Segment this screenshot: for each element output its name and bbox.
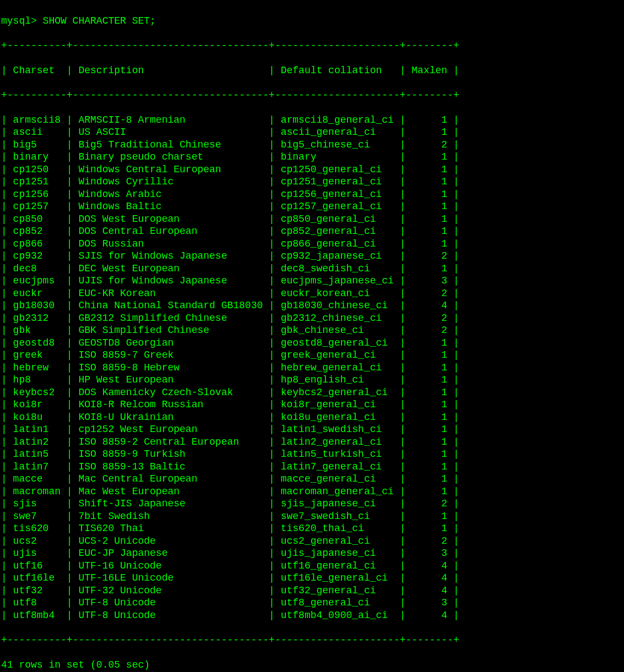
table-row: | binary | Binary pseudo charset | binar… xyxy=(1,151,624,163)
table-row: | eucjpms | UJIS for Windows Japanese | … xyxy=(1,275,624,287)
table-row: | cp1251 | Windows Cyrillic | cp1251_gen… xyxy=(1,176,624,188)
table-row: | geostd8 | GEOSTD8 Georgian | geostd8_g… xyxy=(1,337,624,349)
table-row: | latin7 | ISO 8859-13 Baltic | latin7_g… xyxy=(1,461,624,473)
table-row: | sjis | Shift-JIS Japanese | sjis_japan… xyxy=(1,498,624,510)
table-row: | utf8mb4 | UTF-8 Unicode | utf8mb4_0900… xyxy=(1,609,624,622)
status-line: 41 rows in set (0.05 sec) xyxy=(1,659,624,671)
table-row: | cp1256 | Windows Arabic | cp1256_gener… xyxy=(1,188,624,201)
table-row: | cp850 | DOS West European | cp850_gene… xyxy=(1,213,624,226)
table-row: | keybcs2 | DOS Kamenicky Czech-Slovak |… xyxy=(1,386,624,399)
table-row: | cp1257 | Windows Baltic | cp1257_gener… xyxy=(1,200,624,213)
table-row: | swe7 | 7bit Swedish | swe7_swedish_ci … xyxy=(1,510,624,523)
table-row: | dec8 | DEC West European | dec8_swedis… xyxy=(1,263,624,275)
table-row: | macroman | Mac West European | macroma… xyxy=(1,485,624,498)
table-row: | koi8r | KOI8-R Relcom Russian | koi8r_… xyxy=(1,398,624,411)
table-row: | gbk | GBK Simplified Chinese | gbk_chi… xyxy=(1,324,624,337)
table-row: | gb18030 | China National Standard GB18… xyxy=(1,299,624,312)
table-border-header: +----------+----------------------------… xyxy=(1,89,624,102)
table-row: | hp8 | HP West European | hp8_english_c… xyxy=(1,374,624,386)
table-row: | cp932 | SJIS for Windows Japanese | cp… xyxy=(1,250,624,263)
table-row: | koi8u | KOI8-U Ukrainian | koi8u_gener… xyxy=(1,411,624,424)
table-row: | gb2312 | GB2312 Simplified Chinese | g… xyxy=(1,312,624,325)
table-border-bottom: +----------+----------------------------… xyxy=(1,634,624,647)
table-row: | ascii | US ASCII | ascii_general_ci | … xyxy=(1,126,624,139)
table-row: | greek | ISO 8859-7 Greek | greek_gener… xyxy=(1,349,624,362)
table-row: | latin5 | ISO 8859-9 Turkish | latin5_t… xyxy=(1,448,624,461)
table-body: | armscii8 | ARMSCII-8 Armenian | armsci… xyxy=(1,114,624,622)
table-row: | cp1250 | Windows Central European | cp… xyxy=(1,163,624,176)
table-row: | utf8 | UTF-8 Unicode | utf8_general_ci… xyxy=(1,597,624,609)
table-row: | euckr | EUC-KR Korean | euckr_korean_c… xyxy=(1,287,624,300)
table-row: | utf32 | UTF-32 Unicode | utf32_general… xyxy=(1,584,624,597)
table-row: | big5 | Big5 Traditional Chinese | big5… xyxy=(1,139,624,151)
table-row: | cp866 | DOS Russian | cp866_general_ci… xyxy=(1,238,624,250)
table-row: | utf16le | UTF-16LE Unicode | utf16le_g… xyxy=(1,572,624,584)
table-row: | hebrew | ISO 8859-8 Hebrew | hebrew_ge… xyxy=(1,362,624,374)
sql-command-line: mysql> SHOW CHARACTER SET; xyxy=(1,15,624,28)
table-row: | tis620 | TIS620 Thai | tis620_thai_ci … xyxy=(1,522,624,535)
table-row: | ujis | EUC-JP Japanese | ujis_japanese… xyxy=(1,547,624,560)
table-row: | armscii8 | ARMSCII-8 Armenian | armsci… xyxy=(1,114,624,127)
table-row: | latin1 | cp1252 West European | latin1… xyxy=(1,423,624,436)
table-row: | ucs2 | UCS-2 Unicode | ucs2_general_ci… xyxy=(1,535,624,548)
table-row: | macce | Mac Central European | macce_g… xyxy=(1,473,624,485)
table-header-row: | Charset | Description | Default collat… xyxy=(1,64,624,77)
table-border-top: +----------+----------------------------… xyxy=(1,40,624,52)
table-row: | utf16 | UTF-16 Unicode | utf16_general… xyxy=(1,560,624,572)
terminal-window: mysql> SHOW CHARACTER SET; +----------+-… xyxy=(0,0,624,672)
table-row: | latin2 | ISO 8859-2 Central European |… xyxy=(1,436,624,449)
table-row: | cp852 | DOS Central European | cp852_g… xyxy=(1,225,624,238)
